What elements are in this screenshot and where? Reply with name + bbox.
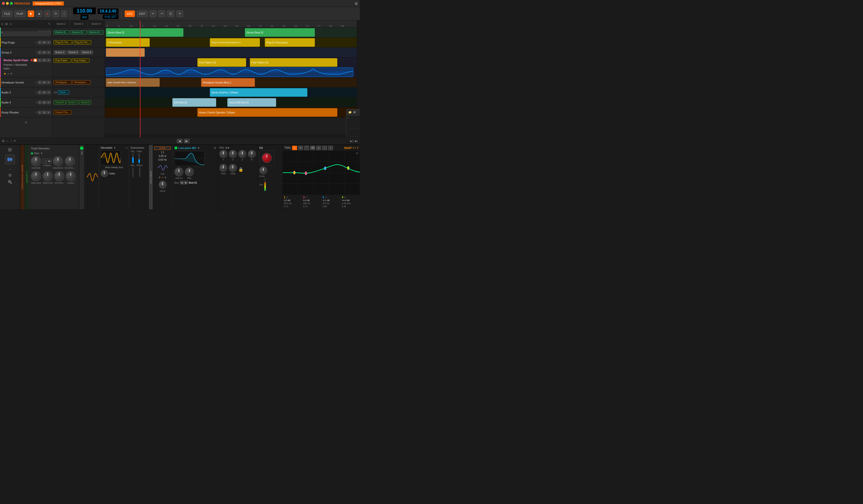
scene-chip-1-1[interactable]: Electro Bea...	[53, 30, 70, 35]
adsr-d-knob[interactable]	[229, 150, 237, 158]
feg-left[interactable]: ◀	[225, 147, 227, 149]
close-traffic-light[interactable]	[2, 2, 5, 5]
tool-cursor[interactable]: ↖	[292, 146, 297, 150]
nav-icon-waveform[interactable]	[5, 154, 15, 164]
track-menu-7[interactable]: ≡	[47, 101, 51, 104]
polymer-power[interactable]	[80, 147, 84, 150]
copy-button[interactable]: ⿻	[167, 11, 174, 17]
knob-output[interactable]	[66, 171, 76, 181]
active-tab[interactable]: Integrated2023_PRO	[33, 1, 64, 5]
scene-chip-6-1[interactable]	[53, 92, 57, 93]
scene-header-3[interactable]: Scene 3	[70, 21, 87, 27]
nav-icon-settings[interactable]: ⚙	[8, 173, 12, 178]
eq-band1-shape[interactable]: ◇	[286, 196, 288, 198]
track-menu-5[interactable]: ≡	[47, 81, 51, 84]
nav-icon-project[interactable]: ⊞	[8, 147, 12, 152]
tool-peak[interactable]: ∧	[316, 146, 321, 150]
knob-velsens[interactable]	[54, 171, 64, 181]
mini-transport-icon2[interactable]: ↔	[6, 139, 9, 143]
vel-slider[interactable]	[132, 153, 134, 163]
track-led-4[interactable]	[31, 59, 33, 61]
flame-folder-icon[interactable]: 📁	[348, 111, 352, 114]
track-led-3[interactable]	[35, 51, 37, 53]
scene-header-4[interactable]: Scene 4	[87, 21, 105, 27]
time-sig[interactable]: 4/4	[80, 15, 88, 20]
clip-plug-01[interactable]: 1 Percussive	[106, 38, 150, 47]
timb-slider[interactable]	[138, 153, 140, 163]
tool-more[interactable]: ↕	[328, 146, 333, 150]
track-star-4[interactable]: ★	[3, 72, 6, 75]
add-button[interactable]: ADD	[125, 11, 135, 17]
clip-neutro[interactable]: Neutro ArpPerc 124bpm	[210, 88, 307, 97]
scene-chip-7-1[interactable]: Vocal B	[53, 100, 65, 104]
stop-button[interactable]: ■	[36, 11, 42, 17]
fx-drive-knob[interactable]	[259, 166, 267, 174]
track-s-6[interactable]: S	[38, 91, 42, 94]
track-rec-4[interactable]: ⬤	[33, 59, 37, 62]
filter-name[interactable]: Low-pass MG	[178, 147, 196, 149]
edit-button[interactable]: EDIT	[137, 11, 148, 17]
track-menu-8[interactable]: ≡	[47, 111, 51, 114]
track-m-3[interactable]: M	[42, 51, 46, 54]
filter-settings[interactable]: ⚙	[214, 147, 216, 149]
scene-chip-7-3[interactable]: Vocal D	[79, 100, 91, 104]
knob-oscs[interactable]	[65, 156, 75, 166]
knob-oscsub[interactable]	[31, 156, 41, 166]
track-menu-2[interactable]: ≡	[47, 41, 51, 44]
scene-chip-1-3[interactable]: Electro Bea...	[87, 30, 104, 35]
pres-slider[interactable]	[139, 167, 140, 177]
scene-chip-3-1[interactable]: Scene 2	[53, 50, 66, 54]
delete-button[interactable]: ✕	[176, 11, 183, 17]
track-menu-6[interactable]: ≡	[47, 91, 51, 94]
knob-glide[interactable]	[43, 171, 53, 181]
track-menu-4[interactable]: ≡	[47, 59, 51, 62]
timeline-hscroll[interactable]	[105, 135, 357, 137]
track-s-4[interactable]: S	[38, 59, 42, 62]
scene-chip-6-2[interactable]: Neutr...	[58, 90, 69, 94]
clip-poly-02-2[interactable]: Poly Pattern 02	[250, 58, 337, 67]
fx-knob[interactable]	[262, 153, 272, 163]
scene-chip-4-1[interactable]: Poly Patter...	[53, 59, 71, 63]
play-label-button[interactable]: PLAY	[14, 11, 25, 17]
pitch-knob[interactable]	[220, 164, 227, 172]
scene-chip-2-1[interactable]: Plug 01 Per...	[53, 40, 72, 45]
grid-icon[interactable]: ⊞	[355, 1, 358, 5]
mini-play-button[interactable]: ▶	[184, 139, 189, 143]
track-s-8[interactable]: S	[38, 111, 42, 114]
noise-knob[interactable]	[159, 181, 167, 189]
track-menu-3[interactable]: ≡	[47, 51, 51, 54]
maximize-traffic-light[interactable]	[10, 2, 13, 5]
bpm-display[interactable]: 110.00	[73, 8, 96, 14]
main-dropdown[interactable]: ▼	[40, 152, 43, 155]
clip-plug-02[interactable]: Plug 01 Percussive	[265, 38, 315, 47]
clip-plug-bounce[interactable]: Plug 01 Percussive-bounce-1	[210, 38, 260, 47]
clip-automation[interactable]	[106, 67, 353, 77]
knob-highpass[interactable]	[31, 171, 41, 181]
index-knob[interactable]	[101, 170, 108, 177]
clip-drift-01[interactable]: Drift Bed 01	[172, 98, 216, 107]
octave-select[interactable]: -1 0 1 2	[42, 159, 51, 164]
filter-dropdown[interactable]: ▼	[197, 147, 200, 149]
clip-group3[interactable]	[106, 48, 145, 57]
track-led-5[interactable]	[35, 81, 37, 84]
scene-chip-5-2[interactable]: Himalayan ...	[72, 80, 90, 85]
filter-res-knob[interactable]	[185, 167, 194, 176]
minimize-traffic-light[interactable]	[6, 2, 9, 5]
play-button[interactable]: ▶	[28, 11, 34, 17]
track-led-8[interactable]	[35, 111, 37, 113]
track-s-7[interactable]: S	[38, 101, 42, 104]
mini-transport-close[interactable]: ✕	[13, 139, 16, 143]
mini-transport-icon1[interactable]: ⊞	[2, 139, 4, 143]
clip-electro-01[interactable]: Electro Beat 01	[106, 28, 184, 37]
scene-chip-8-1[interactable]: House Cho...	[53, 110, 72, 114]
metronome-button[interactable]: ♩	[61, 11, 67, 17]
wavetable-display[interactable]	[101, 150, 121, 165]
scene-chip-3-3[interactable]: Scene 4	[80, 50, 93, 54]
track-cursor-icon[interactable]: ↖	[48, 22, 51, 26]
mini-prev-button[interactable]: ◀	[177, 139, 183, 143]
group-strip-group3[interactable]: GROUP 3	[24, 145, 29, 210]
adsr-a-knob[interactable]	[220, 150, 227, 158]
eq-band2-shape[interactable]: ◇	[305, 196, 307, 198]
wavetable-dropdown[interactable]: ▼	[113, 147, 116, 149]
scene-chip-3-2[interactable]: Scene 3	[67, 50, 80, 54]
